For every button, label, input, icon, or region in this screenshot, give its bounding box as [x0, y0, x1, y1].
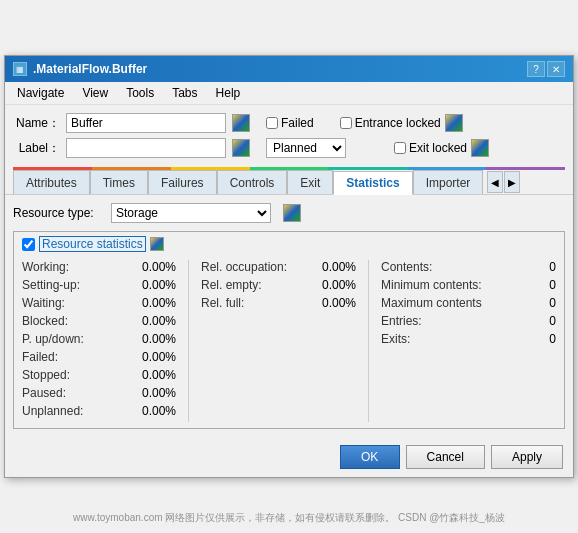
stats-row-rel-occ: Rel. occupation: 0.00%: [201, 260, 356, 274]
menu-help[interactable]: Help: [208, 84, 249, 102]
stats-col-1: Working: 0.00% Setting-up: 0.00% Waiting…: [22, 260, 176, 422]
resource-type-label: Resource type:: [13, 206, 103, 220]
tab-times[interactable]: Times: [90, 170, 148, 194]
stats-row-max-contents: Maximum contents 0: [381, 296, 556, 310]
stats-row-setting-up: Setting-up: 0.00%: [22, 278, 176, 292]
bottom-bar: OK Cancel Apply: [5, 437, 573, 477]
color-seg-4: [328, 167, 407, 170]
tab-failures[interactable]: Failures: [148, 170, 217, 194]
name-label: Name：: [15, 115, 60, 132]
stats-col-2: Rel. occupation: 0.00% Rel. empty: 0.00%…: [201, 260, 356, 422]
stats-row-entries: Entries: 0: [381, 314, 556, 328]
label-label: Label：: [15, 140, 60, 157]
entrance-locked-checkbox[interactable]: [340, 117, 352, 129]
content-area: Resource type: Storage Resource statisti…: [5, 195, 573, 437]
cancel-button[interactable]: Cancel: [406, 445, 485, 469]
failed-checkbox-label: Failed: [266, 116, 314, 130]
title-bar: ▦ .MaterialFlow.Buffer ? ✕: [5, 56, 573, 82]
stats-row-contents: Contents: 0: [381, 260, 556, 274]
tabs-container: Attributes Times Failures Controls Exit …: [5, 170, 573, 195]
stats-row-waiting: Waiting: 0.00%: [22, 296, 176, 310]
color-seg-6: [486, 167, 565, 170]
title-buttons: ? ✕: [527, 61, 565, 77]
stats-row-failed: Failed: 0.00%: [22, 350, 176, 364]
stats-color-button[interactable]: [150, 237, 164, 251]
stats-row-blocked: Blocked: 0.00%: [22, 314, 176, 328]
divider-2: [368, 260, 369, 422]
stats-group-header: Resource statistics: [22, 236, 556, 252]
resource-stats-checkbox[interactable]: [22, 238, 35, 251]
tab-attributes[interactable]: Attributes: [13, 170, 90, 194]
tab-exit[interactable]: Exit: [287, 170, 333, 194]
name-row: Name： Failed Entrance locked: [15, 113, 563, 133]
form-area: Name： Failed Entrance locked Label：: [5, 105, 573, 167]
stats-row-unplanned: Unplanned: 0.00%: [22, 404, 176, 418]
menubar: Navigate View Tools Tabs Help: [5, 82, 573, 105]
resource-type-row: Resource type: Storage: [13, 203, 565, 223]
label-input[interactable]: [66, 138, 226, 158]
menu-view[interactable]: View: [74, 84, 116, 102]
close-button[interactable]: ✕: [547, 61, 565, 77]
stats-row-pud: P. up/down: 0.00%: [22, 332, 176, 346]
stats-group: Resource statistics Working: 0.00% Setti…: [13, 231, 565, 429]
stats-row-rel-full: Rel. full: 0.00%: [201, 296, 356, 310]
stats-row-min-contents: Minimum contents: 0: [381, 278, 556, 292]
failed-checkbox[interactable]: [266, 117, 278, 129]
tab-statistics[interactable]: Statistics: [333, 171, 412, 195]
stats-row-working: Working: 0.00%: [22, 260, 176, 274]
resource-stats-label: Resource statistics: [39, 236, 146, 252]
divider-1: [188, 260, 189, 422]
resource-color-button[interactable]: [283, 204, 301, 222]
menu-navigate[interactable]: Navigate: [9, 84, 72, 102]
stats-row-paused: Paused: 0.00%: [22, 386, 176, 400]
tab-importer[interactable]: Importer: [413, 170, 484, 194]
resource-type-select[interactable]: Storage: [111, 203, 271, 223]
entrance-color-button[interactable]: [445, 114, 463, 132]
stats-row-exits: Exits: 0: [381, 332, 556, 346]
help-button[interactable]: ?: [527, 61, 545, 77]
tab-controls[interactable]: Controls: [217, 170, 288, 194]
tab-nav-prev[interactable]: ◀: [487, 171, 503, 193]
name-color-button[interactable]: [232, 114, 250, 132]
menu-tabs[interactable]: Tabs: [164, 84, 205, 102]
label-color-button[interactable]: [232, 139, 250, 157]
stats-row-stopped: Stopped: 0.00%: [22, 368, 176, 382]
entrance-locked-label: Entrance locked: [340, 116, 441, 130]
watermark: www.toymoban.com 网络图片仅供展示，非存储，如有侵权请联系删除。…: [0, 511, 578, 525]
apply-button[interactable]: Apply: [491, 445, 563, 469]
stats-col-3: Contents: 0 Minimum contents: 0 Maximum …: [381, 260, 556, 422]
window-icon: ▦: [13, 62, 27, 76]
label-row: Label： Planned Exit locked: [15, 138, 563, 158]
name-input[interactable]: [66, 113, 226, 133]
exit-locked-checkbox[interactable]: [394, 142, 406, 154]
stats-row-rel-empty: Rel. empty: 0.00%: [201, 278, 356, 292]
stats-grid: Working: 0.00% Setting-up: 0.00% Waiting…: [22, 260, 556, 422]
exit-color-button[interactable]: [471, 139, 489, 157]
ok-button[interactable]: OK: [340, 445, 400, 469]
exit-locked-label: Exit locked: [394, 141, 467, 155]
main-window: ▦ .MaterialFlow.Buffer ? ✕ Navigate View…: [4, 55, 574, 478]
planned-select[interactable]: Planned: [266, 138, 346, 158]
menu-tools[interactable]: Tools: [118, 84, 162, 102]
window-title: .MaterialFlow.Buffer: [33, 62, 147, 76]
tab-nav-next[interactable]: ▶: [504, 171, 520, 193]
